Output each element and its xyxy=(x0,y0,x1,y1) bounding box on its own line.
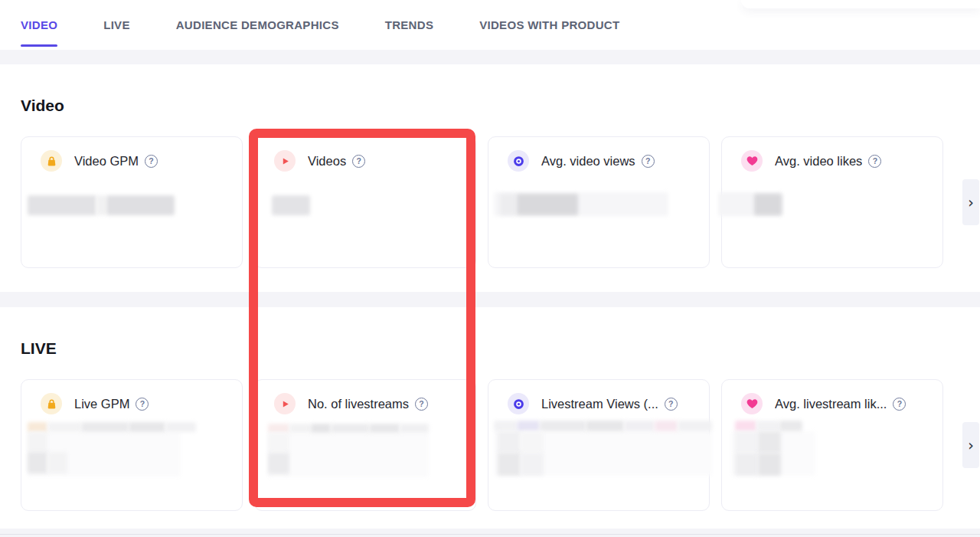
section-title: Video xyxy=(21,96,64,115)
section-live: LIVE Live GPM? No. of livestreams? Lives… xyxy=(0,307,980,529)
tab-videos-with-product[interactable]: VIDEOS WITH PRODUCT xyxy=(479,0,619,50)
eye-icon xyxy=(508,393,529,414)
metric-label: Livestream Views (... xyxy=(541,397,658,411)
metric-card-avg-livestream-likes: Avg. livestream lik...? xyxy=(721,379,943,511)
metric-card-livestream-views: Livestream Views (...? xyxy=(488,379,710,511)
help-icon[interactable]: ? xyxy=(145,155,158,168)
metric-label: Avg. video likes xyxy=(775,154,862,169)
metric-card-header: Video GPM? xyxy=(21,137,242,172)
shopping-bag-icon xyxy=(41,150,62,172)
scroll-next-button[interactable]: › xyxy=(962,179,979,225)
help-icon[interactable]: ? xyxy=(665,398,678,411)
metric-cards-row: Video GPM? Videos? Avg. video views? Avg… xyxy=(21,136,979,268)
help-icon[interactable]: ? xyxy=(415,398,428,411)
metric-card-header: Videos? xyxy=(255,137,475,172)
metric-card-header: No. of livestreams? xyxy=(255,380,475,414)
tab-video[interactable]: VIDEO xyxy=(21,0,57,50)
metric-card-header: Avg. livestream lik...? xyxy=(722,380,942,414)
metric-card-avg-video-views: Avg. video views? xyxy=(488,136,710,268)
help-icon[interactable]: ? xyxy=(868,155,881,168)
metric-card-live-gpm: Live GPM? xyxy=(21,379,243,511)
shopping-bag-icon xyxy=(41,393,62,414)
metric-card-avg-video-likes: Avg. video likes? xyxy=(721,136,943,268)
scroll-next-button[interactable]: › xyxy=(962,422,979,468)
help-icon[interactable]: ? xyxy=(893,398,906,411)
tab-audience-demographics[interactable]: AUDIENCE DEMOGRAPHICS xyxy=(176,0,339,50)
metric-label: Avg. video views xyxy=(541,154,635,169)
eye-icon xyxy=(508,150,529,172)
heart-icon xyxy=(741,150,763,172)
section-title: LIVE xyxy=(21,339,57,358)
help-icon[interactable]: ? xyxy=(352,155,365,168)
metric-label: Videos xyxy=(308,154,346,169)
metric-label: Avg. livestream lik... xyxy=(775,397,887,411)
play-icon xyxy=(274,150,296,172)
section-video: Video Video GPM? Videos? Avg. video view… xyxy=(0,64,980,292)
metric-card-header: Avg. video views? xyxy=(488,137,709,172)
metric-card-no-of-livestreams: No. of livestreams? xyxy=(254,379,476,511)
help-icon[interactable]: ? xyxy=(136,398,149,411)
popover-remnant xyxy=(741,0,980,8)
metric-card-video-gpm: Video GPM? xyxy=(21,136,243,268)
metric-cards-row: Live GPM? No. of livestreams? Livestream… xyxy=(21,379,979,511)
metric-label: Live GPM xyxy=(74,397,129,411)
metric-label: Video GPM xyxy=(74,154,139,169)
tab-live[interactable]: LIVE xyxy=(103,0,130,50)
metric-card-videos: Videos? xyxy=(254,136,476,268)
analytics-screen: VIDEOLIVEAUDIENCE DEMOGRAPHICSTRENDSVIDE… xyxy=(0,0,980,537)
metric-label: No. of livestreams xyxy=(308,397,409,411)
help-icon[interactable]: ? xyxy=(642,155,655,168)
metric-card-header: Live GPM? xyxy=(21,380,242,414)
bottom-divider xyxy=(0,534,980,535)
metric-card-header: Livestream Views (...? xyxy=(488,380,709,414)
metric-card-header: Avg. video likes? xyxy=(722,137,942,172)
play-icon xyxy=(274,393,296,414)
heart-icon xyxy=(741,393,763,414)
tab-trends[interactable]: TRENDS xyxy=(385,0,433,50)
